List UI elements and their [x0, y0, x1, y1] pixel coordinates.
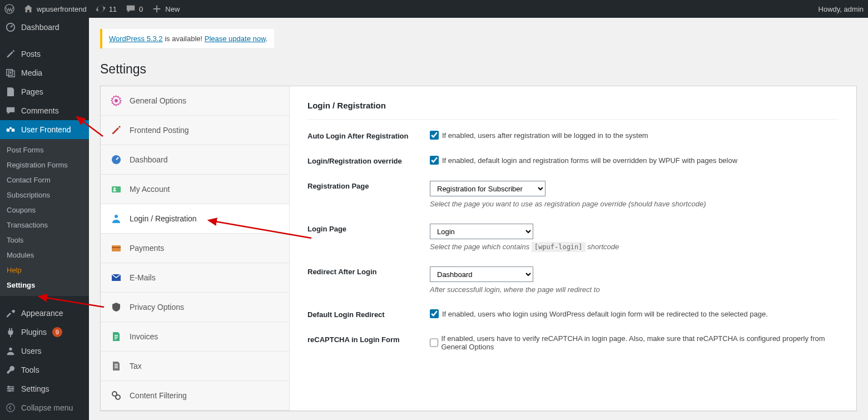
settings-panel: Login / Registration Auto Login After Re…: [290, 86, 856, 411]
comments-link[interactable]: 0: [126, 4, 143, 14]
row-auto-login: Auto Login After Registration If enabled…: [307, 131, 839, 140]
row-redirect: Redirect After Login Dashboard After suc…: [307, 266, 839, 294]
tab-dashboard[interactable]: Dashboard: [101, 145, 289, 175]
tab-emails[interactable]: E-Mails: [101, 263, 289, 293]
row-default-redirect: Default Login Redirect If enabled, users…: [307, 309, 839, 319]
content: WordPress 5.3.2 is available! Please upd…: [89, 18, 868, 420]
tab-payments[interactable]: Payments: [101, 234, 289, 263]
menu-pages[interactable]: Pages: [0, 82, 89, 101]
desc-reg-page: Select the page you want to use as regis…: [430, 200, 839, 208]
svg-point-6: [8, 386, 10, 388]
submenu-reg-forms[interactable]: Registration Forms: [0, 157, 89, 172]
site-link[interactable]: wpuserfrontend: [23, 4, 87, 14]
svg-rect-12: [112, 186, 121, 192]
label-default-redirect: Default Login Redirect: [307, 309, 430, 319]
tab-login-registration[interactable]: Login / Registration: [101, 204, 289, 234]
submenu-coupons[interactable]: Coupons: [0, 202, 89, 218]
select-reg-page[interactable]: Registration for Subscriber: [430, 181, 545, 196]
submenu-post-forms[interactable]: Post Forms: [0, 142, 89, 157]
submenu-subscriptions[interactable]: Subscriptions: [0, 187, 89, 202]
admin-sidebar: Dashboard Posts Media Pages Comments Use…: [0, 18, 89, 420]
label-redirect: Redirect After Login: [307, 266, 430, 276]
menu-comments[interactable]: Comments: [0, 101, 89, 120]
tab-tax[interactable]: Tax: [101, 352, 289, 381]
tab-invoices[interactable]: Invoices: [101, 322, 289, 352]
menu-posts[interactable]: Posts: [0, 45, 89, 63]
menu-settings[interactable]: Settings: [0, 379, 89, 398]
submenu-contact-form[interactable]: Contact Form: [0, 172, 89, 187]
svg-point-13: [113, 187, 116, 190]
tab-content-filtering[interactable]: Content Filtering: [101, 381, 289, 411]
new-link[interactable]: New: [152, 4, 180, 14]
desc-recaptcha: If enabled, users have to verify reCAPTC…: [442, 334, 839, 351]
menu-media[interactable]: Media: [0, 63, 89, 82]
panel-heading: Login / Registration: [307, 101, 839, 120]
wp-version-link[interactable]: WordPress 5.3.2: [109, 34, 163, 43]
svg-point-19: [116, 395, 120, 399]
menu-collapse[interactable]: Collapse menu: [0, 398, 89, 417]
submenu-modules[interactable]: Modules: [0, 248, 89, 263]
desc-login-page: Select the page which contains [wpuf-log…: [430, 243, 839, 251]
row-login-page: Login Page Login Select the page which c…: [307, 224, 839, 251]
desc-default-redirect: If enabled, users who login using WordPr…: [442, 310, 768, 318]
label-reg-page: Registration Page: [307, 181, 430, 190]
label-auto-login: Auto Login After Registration: [307, 131, 430, 140]
update-now-link[interactable]: Please update now: [205, 34, 266, 43]
menu-appearance[interactable]: Appearance: [0, 304, 89, 323]
updates-link[interactable]: 11: [96, 4, 117, 14]
checkbox-recaptcha[interactable]: [430, 338, 438, 347]
tab-my-account[interactable]: My Account: [101, 175, 289, 204]
settings-tabs: General Options Frontend Posting Dashboa…: [101, 86, 290, 411]
svg-point-10: [115, 99, 118, 102]
checkbox-default-redirect[interactable]: [430, 309, 439, 318]
svg-rect-16: [112, 247, 121, 248]
desc-redirect: After successfull login, where the page …: [430, 285, 839, 294]
svg-rect-15: [112, 245, 121, 251]
menu-user-frontend[interactable]: User Frontend: [0, 120, 89, 139]
label-recaptcha: reCAPTCHA in Login Form: [307, 334, 430, 344]
plugins-badge: 9: [52, 327, 62, 337]
row-recaptcha: reCAPTCHA in Login Form If enabled, user…: [307, 334, 839, 351]
update-notice: WordPress 5.3.2 is available! Please upd…: [100, 29, 274, 48]
howdy[interactable]: Howdy, admin: [819, 5, 864, 13]
menu-tools[interactable]: Tools: [0, 360, 89, 379]
submenu-transactions[interactable]: Transactions: [0, 218, 89, 233]
page-title: Settings: [100, 62, 857, 77]
desc-auto-login: If enabled, users after registration wil…: [442, 131, 648, 140]
tab-general[interactable]: General Options: [101, 86, 289, 116]
checkbox-override[interactable]: [430, 156, 439, 165]
svg-point-8: [8, 390, 11, 392]
submenu-help[interactable]: Help: [0, 263, 89, 278]
row-override: Login/Registration override If enabled, …: [307, 156, 839, 165]
submenu-settings[interactable]: Settings: [0, 278, 89, 293]
menu-dashboard[interactable]: Dashboard: [0, 18, 89, 37]
checkbox-auto-login[interactable]: [430, 131, 439, 140]
submenu-user-frontend: Post Forms Registration Forms Contact Fo…: [0, 139, 89, 296]
svg-point-9: [7, 404, 14, 412]
submenu-tools[interactable]: Tools: [0, 233, 89, 248]
tab-frontend-posting[interactable]: Frontend Posting: [101, 116, 289, 145]
settings-container: General Options Frontend Posting Dashboa…: [100, 86, 857, 411]
svg-point-2: [9, 72, 12, 74]
svg-point-7: [12, 388, 14, 390]
wp-logo[interactable]: [4, 4, 14, 14]
row-reg-page: Registration Page Registration for Subsc…: [307, 181, 839, 208]
svg-rect-4: [12, 129, 14, 131]
svg-point-5: [9, 348, 12, 350]
label-override: Login/Registration override: [307, 156, 430, 165]
select-login-page[interactable]: Login: [430, 224, 533, 239]
desc-override: If enabled, default login and registrati…: [442, 156, 737, 165]
menu-plugins[interactable]: Plugins9: [0, 323, 89, 342]
menu-users[interactable]: Users: [0, 342, 89, 360]
select-redirect[interactable]: Dashboard: [430, 266, 533, 282]
svg-rect-3: [7, 129, 9, 131]
tab-privacy[interactable]: Privacy Options: [101, 293, 289, 322]
label-login-page: Login Page: [307, 224, 430, 233]
admin-bar: wpuserfrontend 11 0 New Howdy, admin: [0, 0, 868, 18]
svg-point-14: [115, 215, 118, 218]
